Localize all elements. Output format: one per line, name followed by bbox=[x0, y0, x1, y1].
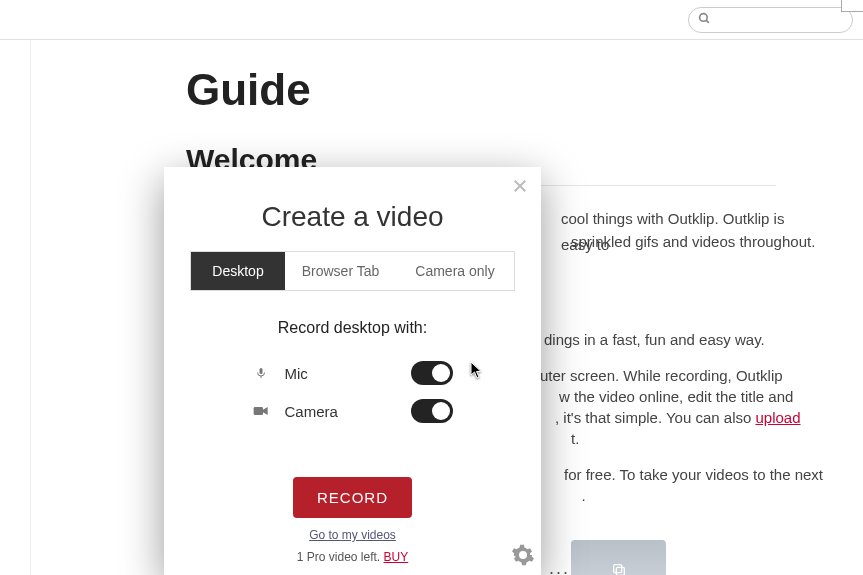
welcome-heading: Welcome bbox=[186, 143, 776, 186]
body-text: sprinkled gifs and videos throughout. bbox=[571, 229, 821, 255]
svg-rect-3 bbox=[613, 564, 621, 572]
video-thumbnail[interactable]: Copy link bbox=[571, 540, 666, 575]
svg-rect-2 bbox=[616, 567, 624, 575]
body-text: dings in a fast, fun and easy way. bbox=[544, 327, 804, 353]
upload-link[interactable]: upload bbox=[755, 409, 800, 426]
window-corner bbox=[841, 0, 863, 12]
copy-icon bbox=[611, 562, 627, 576]
search-input[interactable] bbox=[688, 7, 853, 33]
svg-point-0 bbox=[700, 13, 708, 21]
svg-line-1 bbox=[706, 20, 709, 23]
more-dots[interactable]: ... bbox=[549, 558, 570, 575]
search-icon bbox=[698, 11, 711, 29]
body-text: x. bbox=[574, 483, 863, 509]
body-text: t. bbox=[571, 426, 863, 452]
page-title: Guide bbox=[186, 65, 863, 115]
